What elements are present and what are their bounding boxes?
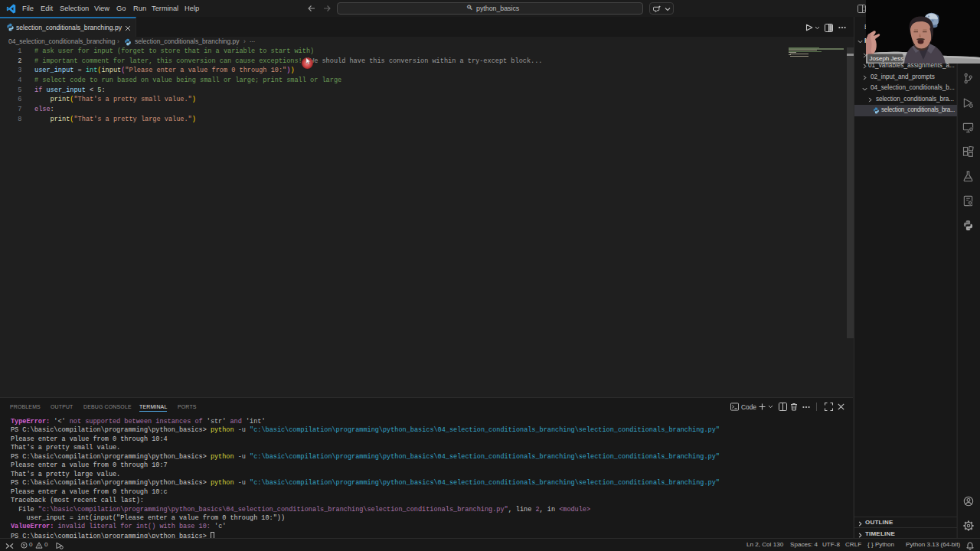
svg-text:Joseph Jess: Joseph Jess [870, 55, 903, 62]
